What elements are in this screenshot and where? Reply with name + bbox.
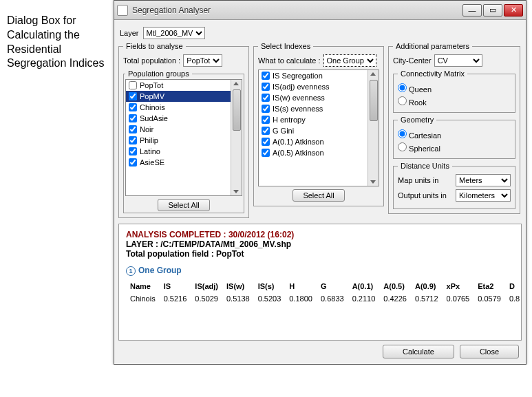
list-item[interactable]: SudAsie [126,113,231,124]
popgroups-fieldset: Population groups PopTot PopMV Chinois S… [123,69,244,213]
scrollbar[interactable] [368,70,379,186]
indexes-fieldset: Select Indexes What to calculate : One G… [253,42,384,206]
list-item[interactable]: PopMV [126,91,231,102]
list-item[interactable]: Chinois [126,102,231,113]
minimize-button[interactable]: — [462,4,482,17]
mapunits-label: Map units in [398,176,453,184]
output-tpf: Total population field : PopTot [126,249,514,259]
totalpop-select[interactable]: PopTot [183,54,222,67]
output-panel: ANALYSIS COMPLETED : 30/0/2012 (16:02) L… [118,224,522,341]
calc-label: What to calculate : [258,56,321,65]
list-item[interactable]: A(0.5) Atkinson [259,147,368,158]
close-dialog-button[interactable]: Close [460,345,519,358]
list-item[interactable]: Latino [126,146,231,157]
output-completed: ANALYSIS COMPLETED : 30/0/2012 (16:02) [126,230,514,239]
list-item[interactable]: Philip [126,135,231,146]
list-item[interactable]: IS(w) evenness [259,92,368,103]
conn-fieldset: Connectivity Matrix Queen Rook [393,69,515,113]
layer-select[interactable]: Mtl_2006_MV [143,27,205,39]
output-layer: LAYER : /C:/TEMP/DATA/Mtl_2006_MV.shp [126,239,514,249]
table-row: Chinois0.52160.50290.51380.52030.18000.6… [126,292,522,305]
cartesian-radio[interactable]: Cartesian [398,128,511,141]
popgroups-listbox[interactable]: PopTot PopMV Chinois SudAsie Noir Philip… [125,79,242,196]
app-icon [117,5,128,16]
scrollbar[interactable] [231,80,242,195]
close-button[interactable]: ✕ [504,4,523,17]
list-item[interactable]: Noir [126,124,231,135]
list-item[interactable]: PopTot [126,80,231,91]
conn-legend: Connectivity Matrix [398,69,467,78]
indexes-listbox[interactable]: IS Segregation IS(adj) evenness IS(w) ev… [258,69,379,186]
outunits-select[interactable]: Kilometers [456,189,511,202]
window-title: Segregation Analyser [132,6,462,15]
queen-radio[interactable]: Queen [398,82,511,95]
params-fieldset: Additional parameters City-Center CV Con… [388,42,520,214]
dialog-window: Segregation Analyser — ▭ ✕ Layer Mtl_200… [114,0,526,365]
geom-legend: Geometry [398,116,436,124]
output-section: 1One Group [126,266,514,276]
list-item[interactable]: A(0.1) Atkinson [259,136,368,147]
popgroups-legend: Population groups [125,69,192,78]
results-table: NameISIS(adj)IS(w)IS(s)HGA(0.1)A(0.5)A(0… [126,280,522,305]
citycenter-select[interactable]: CV [434,54,482,67]
mapunits-select[interactable]: Meters [456,174,511,186]
list-item[interactable]: IS Segregation [259,70,368,81]
geom-fieldset: Geometry Cartesian Spherical [393,116,515,159]
rook-radio[interactable]: Rook [398,95,511,108]
figure-caption: Dialog Box for Calculating the Residenti… [0,0,114,365]
maximize-button[interactable]: ▭ [483,4,502,17]
dist-fieldset: Distance Units Map units inMeters Output… [393,162,515,209]
params-legend: Additional parameters [393,42,472,50]
calculate-button[interactable]: Calculate [383,345,454,358]
fields-legend: Fields to analyse [123,42,186,50]
totalpop-label: Total population : [123,56,180,65]
calc-select[interactable]: One Group [323,54,376,67]
list-item[interactable]: IS(adj) evenness [259,81,368,92]
list-item[interactable]: H entropy [259,114,368,125]
titlebar[interactable]: Segregation Analyser — ▭ ✕ [114,1,526,20]
list-item[interactable]: G Gini [259,125,368,136]
list-item[interactable]: IS(s) evenness [259,103,368,114]
indexes-legend: Select Indexes [258,42,313,50]
spherical-radio[interactable]: Spherical [398,141,511,154]
citycenter-label: City-Center [393,56,432,65]
indexes-selectall-button[interactable]: Select All [292,189,344,202]
fields-fieldset: Fields to analyse Total population : Pop… [118,42,249,218]
list-item[interactable]: AsieSE [126,157,231,168]
outunits-label: Output units in [398,191,453,200]
layer-label: Layer [120,29,139,37]
fields-selectall-button[interactable]: Select All [158,199,209,211]
dist-legend: Distance Units [398,162,452,170]
